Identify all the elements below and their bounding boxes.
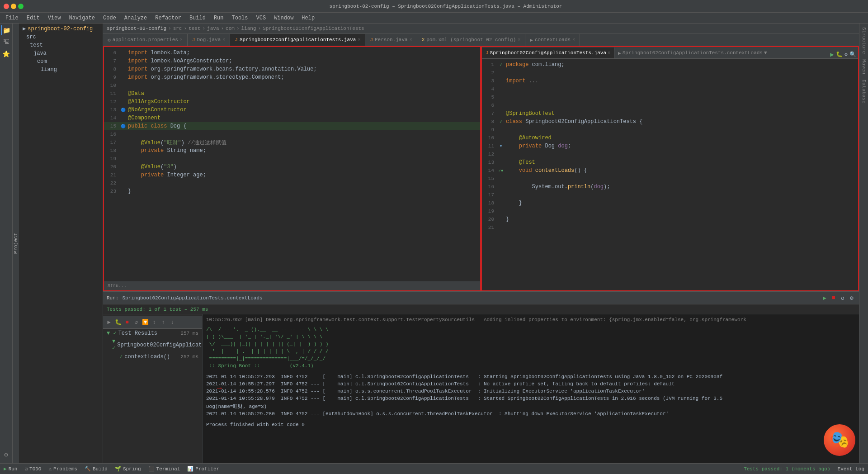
run-label: Run	[9, 466, 18, 472]
tab-dog-java[interactable]: JDog.java×	[188, 34, 230, 46]
right-code-content: 1 ✓ package com.liang; 2 3 import ...	[482, 59, 858, 290]
breadcrumb-part5[interactable]: com	[226, 26, 235, 31]
build-status[interactable]: 🔨 Build	[85, 466, 108, 472]
tab-pom-xml[interactable]: Xpom.xml (springboot-02-config)×	[417, 34, 526, 46]
code-line: 20 }	[482, 215, 858, 223]
menu-edit[interactable]: Edit	[23, 14, 43, 22]
toolbar-down-btn[interactable]: ↓	[168, 318, 176, 327]
breadcrumb-part2[interactable]: src	[173, 26, 182, 31]
console-log-5: 2021-01-14 10:55:29.280 INFO 4752 --- [e…	[206, 410, 855, 417]
menu-tools[interactable]: Tools	[228, 14, 252, 22]
terminal-status[interactable]: ⬛ Terminal	[148, 466, 180, 472]
settings-icon[interactable]: ⚙	[844, 51, 848, 58]
code-line: 21	[482, 223, 858, 232]
test-method-item[interactable]: ✓ contextLoads() 257 ms	[103, 352, 202, 361]
arrow-indicator: →	[217, 384, 222, 393]
menu-file[interactable]: File	[2, 14, 22, 22]
tree-com[interactable]: com	[19, 57, 103, 66]
tree-springboot[interactable]: ▶springboot-02-config	[19, 24, 103, 33]
maven-sidebar-btn[interactable]: Maven	[860, 57, 868, 76]
code-line: 8 import org.springframework.beans.facto…	[104, 65, 480, 73]
code-line: 20 @Value("3")	[104, 163, 480, 171]
breadcrumb-part3[interactable]: test	[189, 26, 200, 31]
menu-vcs[interactable]: VCS	[253, 14, 270, 22]
menu-window[interactable]: Window	[270, 14, 297, 22]
settings-icon[interactable]: ⚙	[1, 450, 11, 460]
database-sidebar-btn[interactable]: Database	[860, 78, 868, 105]
search-icon[interactable]: 🔍	[849, 51, 856, 58]
breadcrumb-part1[interactable]: springboot-02-config	[107, 26, 166, 31]
favorites-icon[interactable]: ⭐	[1, 49, 11, 59]
right-tab-context-loads[interactable]: ▶ Springboot02ConfigApplicationTests.con…	[614, 47, 771, 58]
menu-help[interactable]: Help	[298, 14, 318, 22]
tree-java[interactable]: java	[19, 49, 103, 57]
structure-sidebar-btn[interactable]: Structure	[860, 25, 868, 56]
spring-status[interactable]: 🌱 Spring	[115, 466, 141, 472]
menu-view[interactable]: View	[44, 14, 65, 22]
test-results-item[interactable]: ▼ ✓ Test Results 257 ms	[103, 329, 202, 337]
run-stop-btn[interactable]: ■	[830, 294, 837, 302]
maximize-window-btn[interactable]	[18, 4, 24, 9]
code-line: 12	[482, 150, 858, 158]
test-tree-panel: ▶ 🐛 ■ ↺ 🔽 ↕ ↑ ↓ ▼ ✓ Test Results 257 ms	[103, 314, 203, 463]
run-play-btn[interactable]: ▶	[821, 294, 828, 302]
code-line: 17	[482, 191, 858, 199]
event-log-status[interactable]: Event Log	[838, 466, 864, 472]
tab-application-properties[interactable]: ⚙application.properties×	[103, 34, 188, 46]
tab-springboot-tests[interactable]: JSpringboot02ConfigApplicationTests.java…	[230, 34, 365, 46]
test-class-item[interactable]: ▼ ✓ Springboot02ConfigApplicationTests 2…	[103, 337, 202, 352]
code-line: 6 import lombok.Data;	[104, 49, 480, 57]
menu-code[interactable]: Code	[99, 14, 120, 22]
code-line: 19	[482, 207, 858, 215]
code-line: 9 import org.springframework.stereotype.…	[104, 73, 480, 81]
code-line: 19	[104, 155, 480, 163]
menu-analyze[interactable]: Analyze	[121, 14, 151, 22]
code-line: 11 ● private Dog dog;	[482, 142, 858, 150]
breadcrumb-part4[interactable]: java	[207, 26, 219, 31]
menu-navigate[interactable]: Navigate	[65, 14, 99, 22]
toolbar-run-btn[interactable]: ▶	[105, 318, 113, 327]
editor-tabs-row: ⚙application.properties× JDog.java× JSpr…	[103, 33, 859, 46]
menu-build[interactable]: Build	[186, 14, 209, 22]
toolbar-sort-btn[interactable]: ↕	[150, 318, 158, 327]
breadcrumb-part6[interactable]: liang	[241, 26, 256, 31]
structure-icon[interactable]: 🏗	[1, 37, 11, 47]
problems-status[interactable]: ⚠ Problems	[48, 466, 77, 472]
project-collapse-btn[interactable]: Project	[13, 24, 19, 463]
code-line: 14 @Component	[104, 114, 480, 122]
bottom-panel: Run: Springboot02ConfigApplicationTests.…	[103, 291, 859, 463]
code-line: 15 🔵 public class Dog {	[104, 122, 480, 130]
code-line: 18 }	[482, 199, 858, 207]
run-rerun-btn[interactable]: ↺	[839, 294, 846, 302]
menu-refactor[interactable]: Refactor	[151, 14, 185, 22]
close-window-btn[interactable]	[4, 4, 9, 9]
breadcrumb-part7[interactable]: Springboot02ConfigApplicationTests	[263, 26, 364, 31]
run-settings-btn[interactable]: ⚙	[848, 294, 855, 302]
code-line: 21 private Integer age;	[104, 171, 480, 179]
toolbar-debug-btn[interactable]: 🐛	[114, 318, 122, 327]
tab-person-java[interactable]: JPerson.java×	[365, 34, 417, 46]
tree-liang[interactable]: liang	[19, 66, 103, 74]
minimize-window-btn[interactable]	[11, 4, 16, 9]
console-panel: 10:55:26.952 [main] DEBUG org.springfram…	[203, 314, 859, 463]
code-line: 11 @Data	[104, 90, 480, 98]
test-pass-banner: Tests passed: 1 of 1 test – 257 ms	[103, 304, 859, 314]
run-icon[interactable]: ▶	[830, 51, 834, 58]
tree-test[interactable]: test	[19, 41, 103, 49]
toolbar-up-btn[interactable]: ↑	[159, 318, 167, 327]
tree-src[interactable]: src	[19, 33, 103, 41]
test-pass-text: Tests passed: 1 of 1 test – 257 ms	[107, 307, 208, 312]
console-debug-line: 10:55:26.952 [main] DEBUG org.springfram…	[206, 316, 855, 323]
toolbar-stop-btn[interactable]: ■	[123, 318, 131, 327]
toolbar-rerun-btn[interactable]: ↺	[132, 318, 140, 327]
right-tab-tests-java[interactable]: J Springboot02ConfigApplicationTests.jav…	[482, 47, 614, 58]
project-icon[interactable]: 📁	[1, 25, 11, 35]
tab-context-loads[interactable]: ▶contextLoads×	[525, 34, 580, 46]
run-status[interactable]: ▶ Run	[4, 466, 17, 472]
project-panel: Project ▶springboot-02-config src test j…	[13, 24, 103, 463]
toolbar-filter-btn[interactable]: 🔽	[141, 318, 149, 327]
profiler-status[interactable]: 📊 Profiler	[187, 466, 219, 472]
menu-run[interactable]: Run	[210, 14, 227, 22]
todo-status[interactable]: ☑ TODO	[24, 466, 41, 472]
debug-icon[interactable]: 🐛	[836, 51, 843, 58]
